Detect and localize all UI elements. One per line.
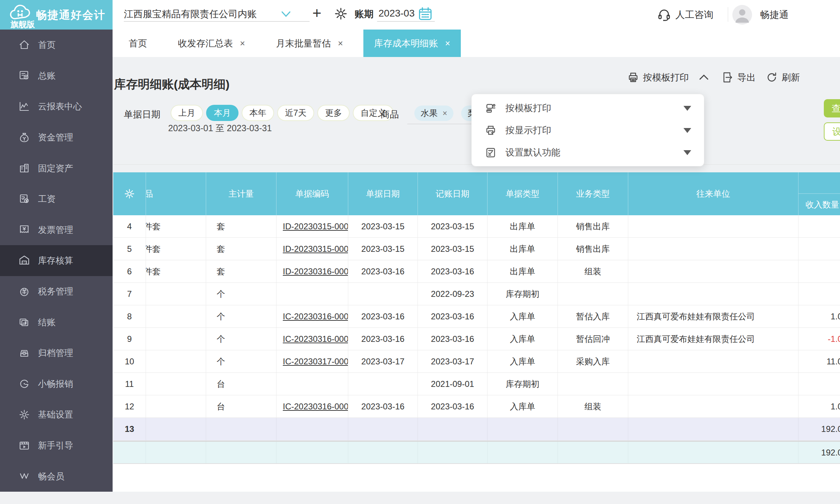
avatar[interactable] [732, 5, 752, 26]
sidebar-item-云报表中心[interactable]: 云报表中心 [0, 91, 113, 122]
sidebar-item-首页[interactable]: 首页 [0, 30, 113, 60]
cell-doc-code [276, 442, 348, 463]
chevron-down-icon[interactable] [281, 11, 291, 20]
cell-book-date [418, 442, 488, 463]
dropdown-item-按模板打印[interactable]: 按模板打印 [472, 97, 704, 119]
doc-code-link[interactable]: ID-20230315-0001 [283, 222, 348, 231]
tab-库存成本明细账[interactable]: 库存成本明细账× [363, 30, 461, 57]
print-by-template-button[interactable]: 按模板打印 [627, 71, 689, 84]
cell-biz-type [558, 373, 628, 395]
cell-doc-type: 出库单 [488, 260, 558, 282]
dropdown-item-按显示打印[interactable]: 按显示打印 [472, 119, 704, 141]
column-settings-gear[interactable] [113, 172, 146, 215]
header-unit[interactable]: 主计量 [206, 172, 276, 215]
caret-down-icon[interactable] [683, 128, 691, 133]
row-number: 11 [113, 373, 146, 395]
header-biz-type[interactable]: 业务类型 [558, 172, 628, 215]
gear-icon[interactable] [333, 6, 348, 23]
cell-unit: 台 [206, 395, 276, 417]
sidebar-item-结账[interactable]: 结账 [0, 307, 113, 338]
company-selector[interactable]: 江西服宝精品有限责任公司内账 [124, 8, 257, 20]
cell-qty-in [798, 215, 840, 237]
calendar-icon[interactable] [418, 6, 433, 23]
date-pill-本月[interactable]: 本月 [206, 105, 238, 121]
doc-code-link[interactable]: IC-20230316-0001 [283, 402, 348, 412]
consult-item[interactable]: 人工咨询 [657, 8, 713, 22]
header-qty-in[interactable]: 收入数量 [798, 172, 840, 215]
export-button[interactable]: 导出 [721, 71, 756, 84]
username[interactable]: 畅捷通 [760, 8, 789, 21]
tab-首页[interactable]: 首页 [118, 30, 158, 57]
header-partner[interactable]: 往来单位 [628, 172, 798, 215]
cell-book-date [418, 418, 488, 440]
sidebar-item-工资[interactable]: 工资 [0, 184, 113, 215]
query-button[interactable]: 查 [824, 99, 840, 117]
cell-biz-type: 销售出库 [558, 238, 628, 260]
doc-date-filter-label: 单据日期 [124, 108, 160, 121]
collapse-chevron-up-icon[interactable] [699, 72, 709, 83]
doc-code-link[interactable]: ID-20230316-0001 [283, 267, 348, 276]
header-product[interactable]: 商品 [146, 172, 206, 215]
closing-icon [18, 315, 31, 329]
cell-qty-in [798, 283, 840, 305]
doc-code-link[interactable]: IC-20230317-0001 [283, 357, 348, 366]
tab-月末批量暂估[interactable]: 月末批量暂估× [266, 30, 354, 57]
cell-book-date: 2023-03-15 [418, 215, 488, 237]
cell-doc-type: 库存期初 [488, 283, 558, 305]
add-account-button[interactable]: + [312, 4, 322, 22]
sidebar-item-新手引导[interactable]: 新手引导 [0, 430, 113, 461]
sidebar-item-归档管理[interactable]: 归档管理 [0, 338, 113, 369]
sidebar-item-label: 云报表中心 [38, 101, 82, 112]
doc-code-link[interactable]: IC-20230316-0002 [283, 334, 348, 344]
sidebar-item-label: 小畅报销 [38, 378, 73, 390]
cell-product: 四件套 [146, 238, 206, 260]
row-number [113, 442, 146, 463]
cell-biz-type [558, 442, 628, 463]
cell-product [146, 305, 206, 327]
cell-product [146, 328, 206, 350]
sidebar-item-发票管理[interactable]: 发票管理 [0, 215, 113, 245]
sidebar-item-label: 工资 [38, 193, 56, 205]
cell-qty-in [798, 238, 840, 260]
sidebar-item-基础设置[interactable]: 基础设置 [0, 399, 113, 430]
table-row: 10个IC-20230317-00012023-03-172023-03-17入… [113, 350, 840, 373]
tab-close-icon[interactable]: × [445, 38, 450, 49]
sidebar-item-label: 畅会员 [38, 471, 64, 482]
tab-收发存汇总表[interactable]: 收发存汇总表× [167, 30, 256, 57]
sidebar-item-资金管理[interactable]: 资金管理 [0, 122, 113, 153]
sidebar-item-固定资产[interactable]: 固定资产 [0, 153, 113, 184]
sidebar-item-库存核算[interactable]: 库存核算 [0, 245, 113, 276]
date-pill-近7天[interactable]: 近7天 [277, 105, 314, 121]
period-value[interactable]: 2023-03 [378, 8, 415, 19]
header-doc-type[interactable]: 单据类型 [488, 172, 558, 215]
tab-close-icon[interactable]: × [338, 38, 343, 49]
date-pill-本年[interactable]: 本年 [242, 105, 274, 121]
page-title: 库存明细账(成本明细) [114, 76, 230, 92]
row-number: 13 [113, 418, 146, 440]
settings-button[interactable]: 设 [824, 122, 840, 141]
sidebar-item-畅会员[interactable]: 畅会员 [0, 461, 113, 492]
product-tag-水果[interactable]: 水果× [414, 106, 453, 121]
header-doc-date[interactable]: 单据日期 [348, 172, 418, 215]
tab-close-icon[interactable]: × [240, 38, 245, 49]
header-doc-code[interactable]: 单据编码 [276, 172, 348, 215]
caret-down-icon[interactable] [683, 106, 691, 111]
caret-down-icon[interactable] [683, 150, 691, 155]
dropdown-item-设置默认功能[interactable]: 设置默认功能 [472, 141, 704, 164]
cell-biz-type [558, 283, 628, 305]
sidebar-item-税务管理[interactable]: 税务管理 [0, 276, 113, 307]
cell-doc-type: 入库单 [488, 395, 558, 417]
doc-code-link[interactable]: IC-20230316-0001 [283, 312, 348, 321]
sidebar-item-小畅报销[interactable]: 小畅报销 [0, 369, 113, 400]
refresh-button[interactable]: 刷新 [765, 71, 800, 84]
header-book-date[interactable]: 记账日期 [418, 172, 488, 215]
doc-code-link[interactable]: ID-20230315-0001 [283, 244, 348, 254]
archive-icon [18, 346, 31, 360]
tab-bar: 首页收发存汇总表×月末批量暂估×库存成本明细账× [113, 30, 840, 57]
sidebar-item-总账[interactable]: 总账 [0, 60, 113, 91]
date-pill-更多[interactable]: 更多 [317, 105, 350, 121]
tag-remove-icon[interactable]: × [443, 109, 447, 118]
cell-doc-date: 2023-03-16 [348, 395, 418, 417]
cell-doc-type: 出库单 [488, 215, 558, 237]
date-pill-上月[interactable]: 上月 [171, 105, 203, 121]
